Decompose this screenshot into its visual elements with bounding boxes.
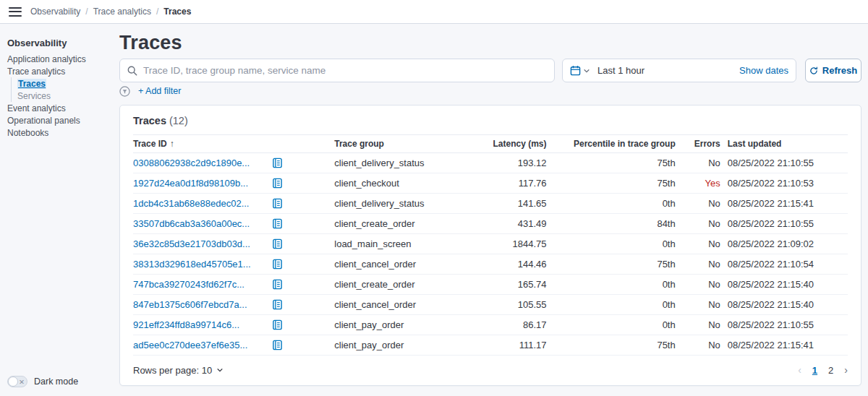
last-updated-cell: 08/25/2022 21:10:55 bbox=[720, 214, 848, 234]
trace-id-link[interactable]: 38313d329618ed45705e1... bbox=[133, 254, 262, 275]
rows-per-page-selector[interactable]: Rows per page: 10 bbox=[133, 365, 224, 376]
latency-cell: 105.55 bbox=[459, 295, 546, 315]
last-updated-cell: 08/25/2022 21:15:41 bbox=[720, 335, 848, 356]
errors-cell: No bbox=[676, 194, 720, 214]
previous-page-button[interactable]: ‹ bbox=[798, 364, 801, 376]
last-updated-cell: 08/25/2022 21:15:40 bbox=[720, 295, 848, 315]
latency-cell: 117.76 bbox=[459, 173, 546, 194]
column-header-errors[interactable]: Errors bbox=[676, 135, 720, 153]
errors-cell: No bbox=[676, 335, 720, 356]
sidebar-item-label: Event analytics bbox=[7, 103, 66, 113]
table-row: 33507db6cab3a360a00ec...client_create_or… bbox=[133, 214, 848, 234]
trace-group-cell: client_cancel_order bbox=[334, 254, 459, 275]
trace-id-link[interactable]: 03088062938c2d9c1890e... bbox=[133, 153, 262, 173]
trace-flyout-icon[interactable] bbox=[272, 218, 283, 229]
filter-settings-icon[interactable] bbox=[119, 86, 130, 97]
column-header-last-updated[interactable]: Last updated bbox=[720, 135, 848, 153]
trace-id-link[interactable]: 921eff234ffd8a99714c6... bbox=[133, 315, 262, 335]
refresh-button[interactable]: Refresh bbox=[805, 59, 861, 82]
top-navigation-bar: Observability/Trace analytics/Traces bbox=[0, 0, 868, 24]
percentile-cell: 75th bbox=[547, 153, 676, 173]
breadcrumb-item[interactable]: Trace analytics bbox=[93, 7, 151, 17]
trace-group-cell: client_pay_order bbox=[334, 335, 459, 356]
latency-cell: 431.49 bbox=[459, 214, 546, 234]
latency-cell: 193.12 bbox=[459, 153, 546, 173]
trace-flyout-icon[interactable] bbox=[272, 198, 283, 209]
last-updated-cell: 08/25/2022 21:10:54 bbox=[720, 254, 848, 275]
percentile-cell: 0th bbox=[547, 275, 676, 295]
refresh-icon bbox=[809, 66, 818, 75]
page-title: Traces bbox=[119, 32, 861, 53]
trace-id-link[interactable]: 36e32c85d3e21703db03d... bbox=[133, 234, 262, 254]
table-row: 847eb1375c606f7ebcd7a...client_cancel_or… bbox=[133, 295, 848, 315]
trace-icon-cell bbox=[262, 275, 334, 295]
trace-icon-cell bbox=[262, 315, 334, 335]
table-row: 747bca39270243fd62f7c...client_create_or… bbox=[133, 275, 848, 295]
table-row: 1dcb4c31ab68e88edec02...client_delivery_… bbox=[133, 194, 848, 214]
percentile-cell: 75th bbox=[547, 335, 676, 356]
trace-id-link[interactable]: 1927d24ea0d1f8d98109b... bbox=[133, 173, 262, 194]
date-picker[interactable]: Last 1 hour Show dates bbox=[562, 59, 796, 82]
percentile-cell: 75th bbox=[547, 173, 676, 194]
trace-id-link[interactable]: 1dcb4c31ab68e88edec02... bbox=[133, 194, 262, 214]
trace-flyout-icon[interactable] bbox=[272, 279, 283, 290]
column-header-latency-ms-[interactable]: Latency (ms) bbox=[459, 135, 546, 153]
sidebar-title: Observability bbox=[7, 38, 110, 48]
column-header-trace-group[interactable]: Trace group bbox=[334, 135, 459, 153]
sidebar-item-services[interactable]: Services bbox=[17, 90, 110, 102]
trace-icon-cell bbox=[262, 173, 334, 194]
page-number-1[interactable]: 1 bbox=[812, 365, 817, 376]
table-row: 921eff234ffd8a99714c6...client_pay_order… bbox=[133, 315, 848, 335]
trace-flyout-icon[interactable] bbox=[272, 299, 283, 310]
sidebar-item-event-analytics[interactable]: Event analytics bbox=[7, 102, 110, 114]
page-number-2[interactable]: 2 bbox=[828, 365, 833, 376]
sidebar-item-notebooks[interactable]: Notebooks bbox=[7, 126, 110, 139]
table-row: ad5ee0c270dee37ef6e35...client_pay_order… bbox=[133, 335, 848, 356]
trace-id-link[interactable]: 747bca39270243fd62f7c... bbox=[133, 275, 262, 295]
trace-flyout-icon[interactable] bbox=[272, 319, 283, 330]
dark-mode-label: Dark mode bbox=[34, 376, 78, 387]
table-row: 1927d24ea0d1f8d98109b...client_checkout1… bbox=[133, 173, 848, 194]
trace-group-cell: client_create_order bbox=[334, 275, 459, 295]
trace-flyout-icon[interactable] bbox=[272, 340, 283, 350]
trace-flyout-icon[interactable] bbox=[272, 238, 283, 249]
errors-cell: No bbox=[676, 254, 720, 275]
trace-group-cell: client_delivery_status bbox=[334, 153, 459, 173]
trace-id-link[interactable]: 847eb1375c606f7ebcd7a... bbox=[133, 295, 262, 315]
column-header-trace-id[interactable]: Trace ID↑ bbox=[133, 135, 262, 153]
chevron-down-icon bbox=[216, 366, 224, 374]
trace-id-link[interactable]: ad5ee0c270dee37ef6e35... bbox=[133, 335, 262, 356]
breadcrumb-item[interactable]: Observability bbox=[30, 7, 80, 17]
sidebar-item-operational-panels[interactable]: Operational panels bbox=[7, 114, 110, 126]
next-page-button[interactable]: › bbox=[844, 364, 848, 376]
add-filter-button[interactable]: + Add filter bbox=[138, 86, 181, 96]
trace-group-cell: client_create_order bbox=[334, 214, 459, 234]
sort-ascending-icon: ↑ bbox=[170, 139, 174, 149]
sidebar-item-application-analytics[interactable]: Application analytics bbox=[7, 53, 110, 65]
column-header-percentile-in-trace-group[interactable]: Percentile in trace group bbox=[547, 135, 676, 153]
toggle-off-x-icon: ✕ bbox=[19, 378, 25, 387]
sidebar-item-traces[interactable]: Traces bbox=[17, 77, 110, 90]
trace-flyout-icon[interactable] bbox=[272, 259, 283, 270]
sidebar-item-label: Operational panels bbox=[7, 116, 80, 126]
trace-flyout-icon[interactable] bbox=[272, 158, 283, 168]
sidebar-item-label: Traces bbox=[17, 79, 46, 89]
dark-mode-toggle[interactable]: ✕ bbox=[7, 376, 27, 387]
trace-id-link[interactable]: 33507db6cab3a360a00ec... bbox=[133, 214, 262, 234]
trace-group-cell: client_pay_order bbox=[334, 315, 459, 335]
percentile-cell: 0th bbox=[547, 194, 676, 214]
percentile-cell: 84th bbox=[547, 214, 676, 234]
traces-table: Trace ID↑Trace groupLatency (ms)Percenti… bbox=[133, 134, 848, 356]
breadcrumb-item: Traces bbox=[163, 7, 191, 17]
trace-flyout-icon[interactable] bbox=[272, 178, 283, 189]
calendar-icon[interactable] bbox=[570, 65, 581, 76]
search-placeholder: Trace ID, trace group name, service name bbox=[143, 65, 326, 76]
menu-icon[interactable] bbox=[9, 7, 22, 17]
show-dates-link[interactable]: Show dates bbox=[739, 65, 788, 76]
errors-cell: No bbox=[676, 295, 720, 315]
panel-count: (12) bbox=[169, 115, 188, 126]
traces-panel: Traces(12) Trace ID↑Trace groupLatency (… bbox=[119, 105, 861, 386]
search-input[interactable]: Trace ID, trace group name, service name bbox=[119, 59, 555, 82]
sidebar-item-trace-analytics[interactable]: Trace analytics bbox=[7, 65, 110, 77]
percentile-cell: 0th bbox=[547, 295, 676, 315]
